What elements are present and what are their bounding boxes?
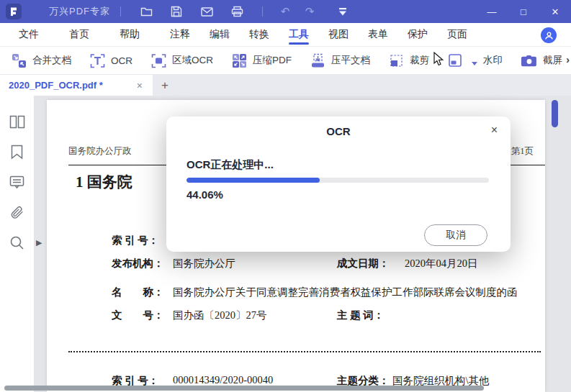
- menu-form[interactable]: 表单: [364, 23, 392, 46]
- vertical-scrollbar-thumb[interactable]: [552, 100, 558, 127]
- app-window: 万兴PDF专家 ↶ ↷ — □ ✕ 文件 首页 帮助 注释 编辑 转换: [0, 0, 571, 392]
- cancel-button[interactable]: 取消: [424, 224, 487, 246]
- titlebar-separator: [120, 6, 121, 17]
- horizontal-scrollbar-thumb[interactable]: [4, 386, 484, 391]
- app-logo-icon: [6, 4, 22, 19]
- tool-label: 压平文档: [331, 54, 370, 67]
- area-ocr-button[interactable]: 区域OCR: [151, 53, 213, 68]
- thumbnails-panel-icon[interactable]: [9, 113, 26, 130]
- dialog-title: OCR: [166, 125, 511, 137]
- doc-field-value: 2020年04月20日: [405, 257, 478, 270]
- tool-label: 合并文档: [32, 54, 71, 67]
- doc-field-label: 主 题 词：: [337, 309, 384, 322]
- navigation-sidebar: [0, 96, 35, 392]
- doc-header-left: 国务院办公厅政: [68, 145, 132, 158]
- tool-label: 压缩PDF: [253, 54, 292, 67]
- tool-label: 裁剪: [410, 54, 429, 67]
- ocr-status-text: OCR正在处理中...: [186, 158, 274, 172]
- bookmarks-panel-icon[interactable]: [9, 143, 26, 160]
- doc-page-number: 第1页: [511, 145, 534, 158]
- ocr-button[interactable]: OCR: [90, 53, 132, 68]
- menu-bar: 文件 首页 帮助 注释 编辑 转换 工具 视图 表单 保护 页面: [0, 23, 571, 47]
- menu-page[interactable]: 页面: [443, 23, 472, 46]
- doc-field-label: 索 引 号：: [112, 234, 158, 247]
- window-controls: — □ ✕: [476, 0, 571, 23]
- tools-ribbon: 合并文档 OCR 区域OCR 压缩PDF 压平文档: [0, 47, 571, 75]
- doc-field-label: 发布机构：: [112, 257, 164, 270]
- doc-field-value: 国务院办公厅: [173, 257, 235, 270]
- sidebar-expand-arrow[interactable]: ▶: [36, 238, 42, 247]
- progress-bar-fill: [186, 178, 320, 183]
- compress-pdf-button[interactable]: 压缩PDF: [232, 53, 292, 68]
- undo-icon[interactable]: ↶: [276, 5, 295, 18]
- title-bar: 万兴PDF专家 ↶ ↷ — □ ✕: [0, 0, 571, 23]
- app-title: 万兴PDF专家: [49, 5, 110, 18]
- tool-label: 水印: [483, 54, 503, 67]
- minimize-button[interactable]: —: [476, 0, 508, 23]
- menu-home[interactable]: 首页: [65, 23, 94, 46]
- flatten-icon: [310, 53, 325, 68]
- compress-icon: [232, 53, 247, 68]
- dialog-close-icon[interactable]: ×: [491, 124, 498, 137]
- mouse-cursor: [433, 52, 444, 70]
- menu-protect[interactable]: 保护: [403, 23, 432, 46]
- watermark-icon: [448, 53, 464, 68]
- merge-documents-button[interactable]: 合并文档: [12, 53, 71, 68]
- doc-dotted-divider: [68, 351, 541, 352]
- doc-field-value: 国办函〔2020〕27号: [173, 309, 267, 322]
- ocr-progress-dialog: OCR × OCR正在处理中... 44.06% 取消: [166, 117, 511, 252]
- doc-field-label: 文 号：: [112, 309, 164, 322]
- attachments-panel-icon[interactable]: [9, 204, 26, 221]
- ocr-icon: [90, 53, 105, 68]
- doc-field-value: 000014349/2020-00040: [173, 374, 273, 386]
- open-folder-icon[interactable]: [135, 3, 157, 20]
- screenshot-button[interactable]: 截屏: [521, 54, 562, 67]
- toolbar-overflow-arrow[interactable]: ›: [566, 54, 570, 65]
- document-tab-bar: 2020_PDF_OCR.pdf * × +: [0, 75, 571, 96]
- doc-field-label: 成文日期：: [337, 257, 390, 270]
- doc-field-value: 国务院办公厅关于同意调整完善消费者权益保护工作部际联席会议制度的函: [173, 286, 518, 299]
- menu-view[interactable]: 视图: [324, 23, 353, 46]
- screenshot-camera-icon: [521, 55, 537, 67]
- customize-toolbar-icon[interactable]: [332, 3, 354, 20]
- crop-button[interactable]: 裁剪: [389, 53, 429, 68]
- email-icon[interactable]: [196, 3, 217, 20]
- redo-icon[interactable]: ↷: [300, 5, 319, 18]
- close-button[interactable]: ✕: [539, 0, 571, 23]
- progress-bar-track: [186, 178, 489, 183]
- menu-help[interactable]: 帮助: [115, 23, 144, 46]
- search-panel-icon[interactable]: [9, 234, 26, 251]
- tool-label: 截屏: [543, 54, 562, 67]
- doc-heading: 1 国务院: [76, 172, 132, 192]
- tab-active-document[interactable]: 2020_PDF_OCR.pdf * ×: [0, 75, 153, 96]
- menu-file[interactable]: 文件: [14, 23, 43, 46]
- maximize-button[interactable]: □: [508, 0, 539, 23]
- menu-tools-active[interactable]: 工具: [284, 23, 313, 46]
- tool-label: OCR: [111, 55, 132, 66]
- print-icon[interactable]: [226, 3, 248, 20]
- tool-label: 区域OCR: [172, 54, 213, 67]
- watermark-dropdown-caret[interactable]: [472, 62, 477, 65]
- save-icon[interactable]: [166, 3, 187, 20]
- new-tab-button[interactable]: +: [153, 75, 177, 96]
- titlebar-separator: [262, 6, 263, 17]
- flatten-document-button[interactable]: 压平文档: [310, 53, 370, 68]
- comments-panel-icon[interactable]: [9, 173, 26, 191]
- menu-comment[interactable]: 注释: [166, 23, 194, 46]
- doc-field-label: 名 称：: [112, 286, 164, 299]
- area-ocr-icon: [151, 53, 166, 68]
- tab-close-icon[interactable]: ×: [134, 80, 145, 91]
- crop-icon: [389, 53, 404, 68]
- menu-convert[interactable]: 转换: [245, 23, 274, 46]
- watermark-button[interactable]: 水印: [448, 53, 503, 68]
- progress-percent-label: 44.06%: [186, 188, 223, 201]
- menu-edit[interactable]: 编辑: [205, 23, 234, 46]
- user-avatar[interactable]: [541, 27, 557, 43]
- tab-title: 2020_PDF_OCR.pdf *: [9, 80, 134, 91]
- merge-icon: [12, 53, 27, 68]
